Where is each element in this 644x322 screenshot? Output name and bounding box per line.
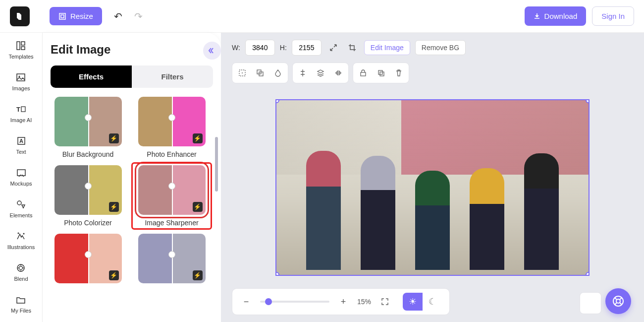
bolt-icon: ⚡: [193, 270, 203, 280]
bolt-icon: ⚡: [193, 202, 203, 212]
templates-icon: [15, 40, 27, 52]
redo-button[interactable]: ↷: [134, 10, 143, 22]
effect-thumb: ⚡: [138, 97, 206, 146]
sidebar-tabs: Effects Filters: [51, 65, 213, 88]
nav-image-ai[interactable]: T Image AI: [8, 101, 34, 125]
height-input[interactable]: [292, 40, 322, 56]
svg-rect-1: [61, 15, 64, 18]
nav-images[interactable]: Images: [10, 69, 32, 93]
sidebar-panel: Edit Image Effects Filters ⚡ Blur Backgr…: [43, 33, 221, 322]
effect-card[interactable]: ⚡: [51, 234, 125, 287]
svg-point-23: [242, 72, 243, 73]
mockups-icon: [15, 167, 27, 179]
zoom-slider[interactable]: [260, 301, 329, 303]
svg-rect-3: [21, 42, 25, 45]
zoom-percent: 15%: [357, 298, 371, 306]
effect-thumb: ⚡: [138, 234, 206, 283]
drop-icon[interactable]: [270, 65, 286, 81]
image-ai-icon: T: [15, 103, 27, 115]
nav-blend[interactable]: Blend: [12, 260, 30, 284]
flip-icon[interactable]: [330, 65, 346, 81]
remove-bg-button[interactable]: Remove BG: [415, 40, 466, 55]
bolt-icon: ⚡: [109, 202, 119, 212]
lock-icon[interactable]: [355, 65, 371, 81]
svg-text:T: T: [16, 106, 20, 113]
tab-effects[interactable]: Effects: [51, 65, 132, 88]
nav-text[interactable]: A Text: [13, 133, 29, 157]
text-icon: A: [15, 135, 27, 147]
svg-rect-4: [21, 47, 25, 50]
nav-illustrations[interactable]: Illustrations: [5, 228, 37, 252]
tab-filters[interactable]: Filters: [132, 65, 213, 88]
theme-light-button[interactable]: ☀: [403, 293, 423, 311]
theme-dark-button[interactable]: ☾: [423, 293, 442, 311]
effect-image-sharpener[interactable]: ⚡ Image Sharpener: [134, 165, 209, 227]
align-icon[interactable]: [295, 65, 311, 81]
svg-point-18: [20, 264, 21, 265]
nav-my-files[interactable]: My Files: [9, 292, 33, 316]
effects-scrollbar[interactable]: [215, 137, 218, 276]
blend-icon: [15, 262, 27, 274]
lifebuoy-icon: [612, 295, 625, 308]
svg-point-14: [18, 233, 19, 234]
nav-templates[interactable]: Templates: [6, 38, 35, 62]
svg-point-12: [17, 201, 21, 205]
zoom-out-button[interactable]: −: [239, 295, 253, 309]
images-icon: [15, 71, 27, 83]
nav-mockups[interactable]: Mockups: [8, 165, 34, 189]
svg-rect-26: [361, 72, 366, 76]
collapse-sidebar-button[interactable]: [203, 42, 221, 60]
sidebar-title: Edit Image: [51, 43, 213, 57]
effect-photo-colorizer[interactable]: ⚡ Photo Colorizer: [51, 165, 125, 227]
download-button[interactable]: Download: [525, 6, 587, 26]
svg-rect-27: [378, 70, 382, 74]
layers-icon[interactable]: [313, 65, 328, 81]
canvas-image[interactable]: [275, 99, 590, 276]
nav-elements[interactable]: Elements: [8, 196, 35, 220]
svg-text:A: A: [19, 138, 23, 144]
download-icon: [534, 13, 540, 20]
signin-button[interactable]: Sign In: [592, 6, 634, 26]
bolt-icon: ⚡: [193, 133, 203, 143]
undo-button[interactable]: ↶: [114, 10, 122, 22]
copy-icon[interactable]: [373, 65, 389, 81]
effect-blur-background[interactable]: ⚡ Blur Background: [51, 97, 125, 158]
effect-card[interactable]: ⚡: [134, 234, 209, 287]
svg-rect-0: [59, 13, 65, 19]
position-icon[interactable]: [234, 65, 250, 81]
app-logo[interactable]: [10, 6, 30, 26]
width-input[interactable]: [245, 40, 275, 56]
help-button[interactable]: [605, 288, 631, 314]
svg-marker-13: [22, 205, 25, 208]
opacity-icon[interactable]: [252, 65, 268, 81]
resize-icon: [58, 12, 66, 20]
resize-button[interactable]: Resize: [50, 7, 102, 25]
panel-card[interactable]: [580, 292, 601, 314]
svg-rect-11: [17, 170, 25, 176]
bolt-icon: ⚡: [109, 270, 119, 280]
sun-icon: ☀: [409, 296, 417, 307]
height-label: H:: [280, 44, 287, 52]
width-label: W:: [232, 44, 240, 52]
svg-rect-2: [17, 42, 20, 50]
bolt-icon: ⚡: [109, 133, 119, 143]
download-label: Download: [544, 12, 578, 20]
expand-icon[interactable]: [326, 41, 340, 55]
effect-photo-enhancer[interactable]: ⚡ Photo Enhancer: [134, 97, 209, 158]
effect-thumb: ⚡: [54, 165, 122, 215]
svg-rect-8: [21, 107, 25, 112]
svg-point-15: [23, 233, 25, 235]
effect-thumb: ⚡: [54, 97, 122, 146]
crop-icon[interactable]: [345, 41, 359, 55]
svg-point-17: [19, 266, 23, 270]
folder-icon: [15, 294, 27, 306]
resize-label: Resize: [70, 12, 93, 20]
zoom-in-button[interactable]: +: [336, 295, 350, 309]
edit-image-button[interactable]: Edit Image: [364, 40, 410, 55]
left-nav: Templates Images T Image AI A Text Mocku…: [0, 33, 43, 322]
delete-icon[interactable]: [391, 65, 407, 81]
resize-handle-br[interactable]: [586, 272, 590, 276]
effect-thumb: ⚡: [54, 234, 122, 283]
chevron-left-icon: [208, 46, 216, 55]
fullscreen-icon[interactable]: [378, 295, 392, 309]
